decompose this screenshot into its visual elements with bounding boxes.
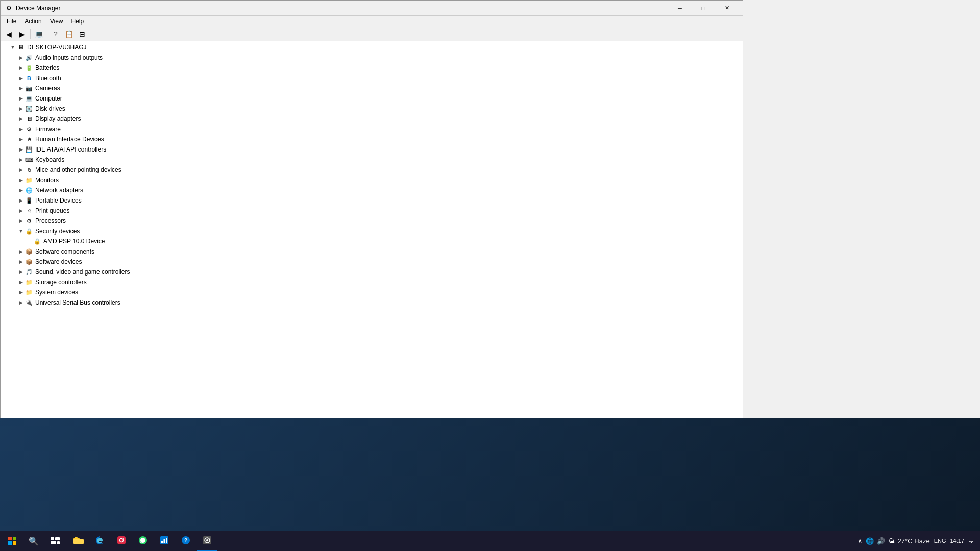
tree-row-sound[interactable]: ▶ 🎵 Sound, video and game controllers <box>1 267 743 277</box>
minimize-button[interactable]: ─ <box>668 1 692 16</box>
tree-row-amdpsp[interactable]: ▶ 🔒 AMD PSP 10.0 Device <box>1 236 743 246</box>
menu-action[interactable]: Action <box>20 17 45 26</box>
usb-icon: 🔌 <box>25 298 33 307</box>
tree-item-usb: ▶ 🔌 Universal Serial Bus controllers <box>1 297 743 308</box>
svg-rect-2 <box>8 541 12 545</box>
menu-file[interactable]: File <box>3 17 20 26</box>
tree-row-keyboards[interactable]: ▶ ⌨ Keyboards <box>1 155 743 165</box>
help-button[interactable]: ? <box>50 28 62 40</box>
root-toggle[interactable]: ▼ <box>9 43 17 52</box>
tree-row-portable[interactable]: ▶ 📱 Portable Devices <box>1 195 743 206</box>
tree-row-batteries[interactable]: ▶ 🔋 Batteries <box>1 63 743 73</box>
hid-toggle[interactable]: ▶ <box>17 135 25 143</box>
volume-icon[interactable]: 🔊 <box>877 537 885 545</box>
taskbar-app-instagram[interactable] <box>111 531 132 551</box>
keyboards-toggle[interactable]: ▶ <box>17 156 25 164</box>
security-toggle[interactable]: ▼ <box>17 227 25 235</box>
mice-icon: 🖱 <box>25 166 33 174</box>
network-toggle[interactable]: ▶ <box>17 186 25 194</box>
titlebar-icon: ⚙ <box>5 4 13 12</box>
tree-row-monitors[interactable]: ▶ 📁 Monitors <box>1 175 743 185</box>
softwarecomponents-label: Software components <box>35 247 94 256</box>
forward-button[interactable]: ▶ <box>16 28 28 40</box>
expand-button[interactable]: 📋 <box>63 28 75 40</box>
processors-toggle[interactable]: ▶ <box>17 217 25 225</box>
titlebar-title: Device Manager <box>16 5 668 12</box>
maximize-button[interactable]: □ <box>692 1 715 16</box>
tree-row-diskdrives[interactable]: ▶ 💽 Disk drives <box>1 104 743 114</box>
task-view-button[interactable] <box>45 531 65 551</box>
svg-rect-7 <box>57 541 60 544</box>
monitors-toggle[interactable]: ▶ <box>17 176 25 184</box>
batteries-toggle[interactable]: ▶ <box>17 64 25 72</box>
mice-toggle[interactable]: ▶ <box>17 166 25 174</box>
toolbar-separator-1 <box>30 29 31 39</box>
root-icon: 🖥 <box>17 43 25 52</box>
tree-row-softwaredevices[interactable]: ▶ 📦 Software devices <box>1 257 743 267</box>
close-button[interactable]: ✕ <box>715 1 739 16</box>
audio-toggle[interactable]: ▶ <box>17 54 25 62</box>
storage-toggle[interactable]: ▶ <box>17 278 25 286</box>
systemdevices-toggle[interactable]: ▶ <box>17 288 25 296</box>
tree-row-processors[interactable]: ▶ ⚙ Processors <box>1 216 743 226</box>
sound-toggle[interactable]: ▶ <box>17 268 25 276</box>
tree-row-root[interactable]: ▼ 🖥 DESKTOP-VU3HAGJ <box>1 42 743 53</box>
tree-row-printqueues[interactable]: ▶ 🖨 Print queues <box>1 206 743 216</box>
device-tree: ▼ 🖥 DESKTOP-VU3HAGJ ▶ 🔊 Audio inputs and… <box>1 42 743 308</box>
tree-row-firmware[interactable]: ▶ ⚙ Firmware <box>1 124 743 134</box>
portable-toggle[interactable]: ▶ <box>17 196 25 205</box>
bluetooth-toggle[interactable]: ▶ <box>17 74 25 82</box>
tree-row-mice[interactable]: ▶ 🖱 Mice and other pointing devices <box>1 165 743 175</box>
tree-row-ide[interactable]: ▶ 💾 IDE ATA/ATAPI controllers <box>1 144 743 155</box>
computer-button[interactable]: 💻 <box>33 28 45 40</box>
tree-row-hid[interactable]: ▶ 🖱 Human Interface Devices <box>1 134 743 144</box>
computer-toggle[interactable]: ▶ <box>17 94 25 103</box>
displayadapters-toggle[interactable]: ▶ <box>17 115 25 123</box>
taskbar-app-edge[interactable] <box>90 531 110 551</box>
printqueues-toggle[interactable]: ▶ <box>17 207 25 215</box>
tree-row-cameras[interactable]: ▶ 📷 Cameras <box>1 83 743 93</box>
tree-row-bluetooth[interactable]: ▶ B Bluetooth <box>1 73 743 83</box>
portable-icon: 📱 <box>25 196 33 205</box>
back-button[interactable]: ◀ <box>3 28 15 40</box>
language-indicator[interactable]: ENG <box>934 538 946 544</box>
tree-row-storage[interactable]: ▶ 📁 Storage controllers <box>1 277 743 287</box>
device-tree-content[interactable]: ▼ 🖥 DESKTOP-VU3HAGJ ▶ 🔊 Audio inputs and… <box>1 41 743 418</box>
taskbar-app-stats[interactable] <box>154 531 175 551</box>
network-icon[interactable]: 🌐 <box>866 537 874 545</box>
properties-button[interactable]: ⊟ <box>76 28 88 40</box>
softwarecomponents-toggle[interactable]: ▶ <box>17 247 25 256</box>
taskbar-app-devicemgr[interactable] <box>197 531 217 551</box>
taskbar-app-whatsapp[interactable] <box>133 531 153 551</box>
search-button[interactable]: 🔍 <box>23 531 44 551</box>
tree-row-network[interactable]: ▶ 🌐 Network adapters <box>1 185 743 195</box>
tree-row-computer[interactable]: ▶ 💻 Computer <box>1 93 743 104</box>
tree-row-audio[interactable]: ▶ 🔊 Audio inputs and outputs <box>1 53 743 63</box>
tree-row-systemdevices[interactable]: ▶ 📁 System devices <box>1 287 743 297</box>
menu-help[interactable]: Help <box>67 17 88 26</box>
tree-row-softwarecomponents[interactable]: ▶ 📦 Software components <box>1 246 743 257</box>
softwaredevices-toggle[interactable]: ▶ <box>17 258 25 266</box>
cameras-toggle[interactable]: ▶ <box>17 84 25 92</box>
start-button[interactable] <box>2 531 22 551</box>
usb-toggle[interactable]: ▶ <box>17 298 25 307</box>
firmware-label: Firmware <box>35 124 61 134</box>
cameras-label: Cameras <box>35 84 60 93</box>
tree-row-security[interactable]: ▼ 🔒 Security devices <box>1 226 743 236</box>
taskbar-app-help[interactable]: ? <box>176 531 196 551</box>
tree-row-usb[interactable]: ▶ 🔌 Universal Serial Bus controllers <box>1 297 743 308</box>
ide-toggle[interactable]: ▶ <box>17 145 25 154</box>
firmware-toggle[interactable]: ▶ <box>17 125 25 133</box>
taskbar-app-explorer[interactable] <box>68 531 89 551</box>
taskbar-apps: ? <box>68 531 217 551</box>
portable-label: Portable Devices <box>35 196 82 205</box>
tree-item-ide: ▶ 💾 IDE ATA/ATAPI controllers <box>1 144 743 155</box>
chevron-up-icon[interactable]: ∧ <box>857 537 863 545</box>
batteries-label: Batteries <box>35 63 59 72</box>
svg-rect-11 <box>117 536 126 544</box>
notification-icon[interactable]: 🗨 <box>968 538 974 544</box>
menu-view[interactable]: View <box>46 17 67 26</box>
tree-row-displayadapters[interactable]: ▶ 🖥 Display adapters <box>1 114 743 124</box>
diskdrives-toggle[interactable]: ▶ <box>17 105 25 113</box>
tree-item-audio: ▶ 🔊 Audio inputs and outputs <box>1 53 743 63</box>
